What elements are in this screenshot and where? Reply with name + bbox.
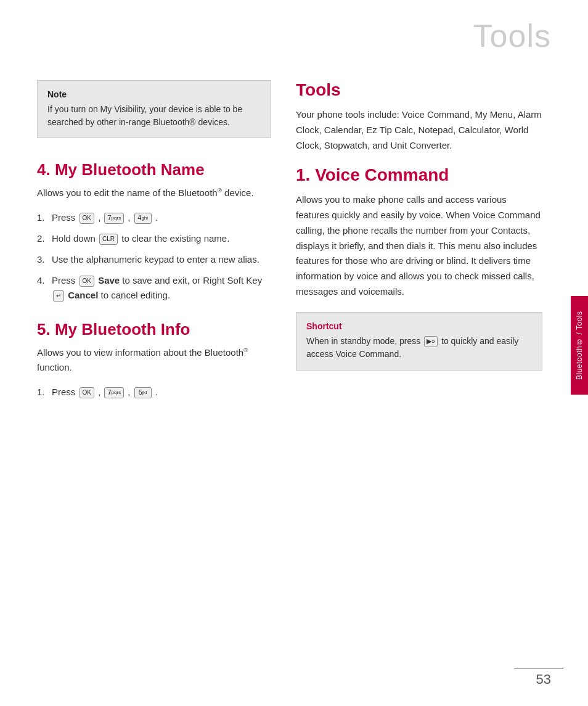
- step-content: Press OK Save to save and exit, or Right…: [52, 273, 271, 303]
- 7pqrs-key2: 7pqrs: [104, 387, 124, 398]
- section4: 4. My Bluetooth Name Allows you to edit …: [37, 160, 271, 303]
- step-content: Press OK , 7pqrs , 5 jkl .: [52, 385, 271, 400]
- tools-body: Your phone tools include: Voice Command,…: [296, 107, 542, 153]
- 5jkl-key: 5 jkl: [134, 387, 152, 398]
- shortcut-box: Shortcut When in standby mode, press ▶» …: [296, 312, 542, 371]
- section4-body: Allows you to edit the name of the Bluet…: [37, 186, 271, 200]
- step-num: 2.: [37, 231, 49, 246]
- voice-command-heading: 1. Voice Command: [296, 165, 542, 185]
- note-box: Note If you turn on My Visibility, your …: [37, 80, 271, 138]
- voice-command-body: Allows you to make phone calls and acces…: [296, 192, 542, 299]
- ok-key: OK: [80, 387, 94, 398]
- step-num: 3.: [37, 252, 49, 267]
- tab-label: Bluetooth® / Tools: [571, 296, 588, 395]
- tools-section: Tools Your phone tools include: Voice Co…: [296, 80, 542, 153]
- right-tab: Bluetooth® / Tools: [571, 296, 588, 395]
- bottom-divider: [514, 668, 563, 669]
- note-label: Note: [47, 89, 261, 99]
- tools-heading: Tools: [296, 80, 542, 100]
- page-number: 53: [536, 671, 551, 688]
- step-num: 4.: [37, 273, 49, 288]
- ok-key: OK: [80, 276, 94, 287]
- shortcut-text: When in standby mode, press ▶» to quickl…: [306, 335, 532, 361]
- 4ghi-key: 4 ghi: [134, 213, 152, 224]
- voice-command-section: 1. Voice Command Allows you to make phon…: [296, 165, 542, 299]
- section4-step2: 2. Hold down CLR to clear the existing n…: [37, 231, 271, 246]
- left-column: Note If you turn on My Visibility, your …: [37, 80, 271, 406]
- section4-heading: 4. My Bluetooth Name: [37, 160, 271, 179]
- section5-step1: 1. Press OK , 7pqrs , 5 jkl .: [37, 385, 271, 400]
- right-column: Tools Your phone tools include: Voice Co…: [296, 80, 542, 371]
- step-content: Press OK , 7pqrs , 4 ghi .: [52, 210, 271, 225]
- clr-key: CLR: [99, 234, 118, 245]
- save-label: Save: [98, 275, 120, 285]
- cancel-label: Cancel: [68, 290, 98, 300]
- page-title-top: Tools: [473, 17, 551, 54]
- ok-key: OK: [80, 213, 94, 224]
- section4-step1: 1. Press OK , 7pqrs , 4 ghi .: [37, 210, 271, 225]
- step-num: 1.: [37, 385, 49, 400]
- voice-key: ▶»: [424, 336, 438, 347]
- section5-heading: 5. My Bluetooth Info: [37, 320, 271, 339]
- shortcut-label: Shortcut: [306, 321, 532, 331]
- 7pqrs-key: 7pqrs: [104, 213, 124, 224]
- step-content: Use the alphanumeric keypad to enter a n…: [52, 252, 271, 267]
- section4-step4: 4. Press OK Save to save and exit, or Ri…: [37, 273, 271, 303]
- right-soft-key: ↵: [53, 290, 64, 302]
- note-text: If you turn on My Visibility, your devic…: [47, 103, 261, 129]
- section5-body: Allows you to view information about the…: [37, 345, 271, 375]
- step-num: 1.: [37, 210, 49, 225]
- section4-step3: 3. Use the alphanumeric keypad to enter …: [37, 252, 271, 267]
- step-content: Hold down CLR to clear the existing name…: [52, 231, 271, 246]
- section5: 5. My Bluetooth Info Allows you to view …: [37, 320, 271, 400]
